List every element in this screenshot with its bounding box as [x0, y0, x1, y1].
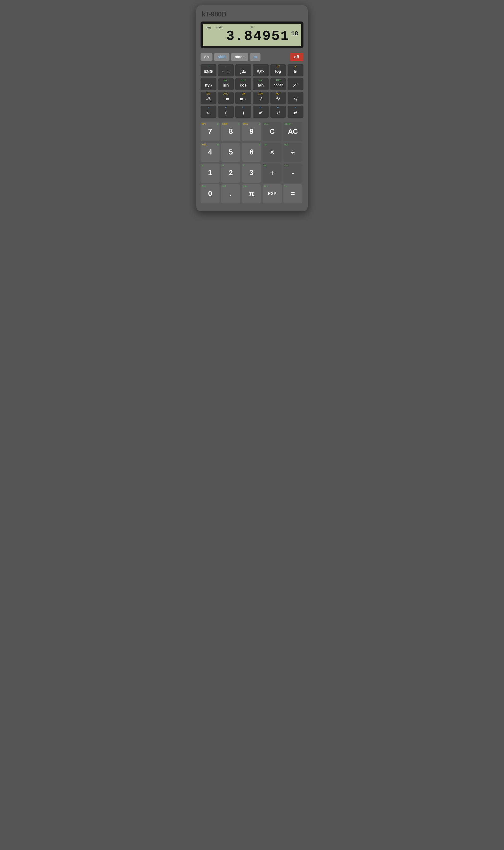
calculator-body: kT-980B deg math M 3.84951 18 on shift m… — [196, 5, 308, 211]
xpowy-button[interactable]: F xy — [288, 106, 304, 118]
pm-sub: A — [208, 106, 209, 109]
display-number: 3.84951 — [226, 30, 289, 43]
xsq-button[interactable]: D x2 — [253, 106, 269, 118]
const-sub: conv — [276, 79, 281, 82]
tom-button[interactable]: AND →m — [218, 92, 234, 104]
xcube-button[interactable]: E x3 — [270, 106, 286, 118]
display-outer: deg math M 3.84951 18 — [200, 21, 304, 48]
sub-del: DEL — [264, 123, 268, 125]
label-1: 1 — [208, 169, 212, 177]
ln-button[interactable]: ex ln — [288, 64, 304, 76]
btn-2[interactable]: G 2 — [221, 163, 240, 183]
lparen-button[interactable]: B ( — [218, 106, 234, 118]
btn-6[interactable]: k 6 — [242, 143, 261, 162]
cos-sub: cos-1 — [241, 79, 246, 82]
eng-label: ENG — [204, 69, 213, 74]
label-8: 8 — [229, 127, 233, 136]
label-3: 3 — [249, 169, 254, 177]
abc-sub: d/c — [207, 93, 210, 95]
quote-button[interactable]: ← ○、,, — [218, 64, 234, 76]
log-button[interactable]: 10x log — [270, 64, 286, 76]
func-row-2: hyp sin-1 sin cos-1 cos tan-1 tan conv c… — [200, 78, 304, 90]
eng-button[interactable]: ← ENG — [200, 64, 216, 76]
sub-rad: rad — [222, 185, 226, 188]
label-6: 6 — [249, 148, 254, 156]
btn-mul[interactable]: nPr × — [263, 143, 282, 162]
btn-7[interactable]: BIN p 7 — [200, 122, 220, 141]
xpowy-label: xy — [294, 111, 298, 115]
tan-button[interactable]: tan-1 tan — [253, 78, 269, 90]
mto-button[interactable]: OR m→ — [235, 92, 251, 104]
sub-5right: - — [238, 144, 239, 146]
btn-1[interactable]: M 1 — [200, 163, 220, 183]
mode-button[interactable]: mode — [231, 53, 248, 61]
plusminus-button[interactable]: A +/- — [200, 106, 216, 118]
log-sub: 10x — [276, 65, 280, 68]
label-eq: = — [291, 190, 295, 197]
btn-3[interactable]: T 3 — [242, 163, 261, 183]
numpad-row-3: M 1 G 2 T 3 Σm + Πm - — [200, 163, 304, 183]
shift-button[interactable]: shift — [214, 53, 230, 61]
const-label: const — [273, 83, 283, 87]
btn-pi[interactable]: gra π — [242, 184, 261, 203]
sub-m4: m — [217, 144, 219, 146]
sub-npr: nPr — [264, 144, 267, 146]
sub-p: p — [217, 123, 219, 125]
btn-5[interactable]: - 5 — [221, 143, 240, 162]
abc-button[interactable]: d/c ab/c — [200, 92, 216, 104]
numpad-row-2: HEX m 4 - 5 k 6 nPr × nCr ÷ — [200, 143, 304, 162]
eng-sub: ← — [207, 65, 210, 68]
off-button[interactable]: off — [290, 53, 304, 61]
func-row-4: A +/- B ( C ) D x2 E x3 F xy — [200, 106, 304, 118]
label-4: 4 — [208, 148, 212, 156]
sin-label: sin — [223, 83, 229, 88]
sub-dec: DEC — [243, 123, 248, 125]
label-5: 5 — [229, 148, 233, 156]
pm-label: +/- — [206, 111, 211, 115]
btn-8[interactable]: OCT n 8 — [221, 122, 240, 141]
label-7: 7 — [208, 127, 212, 136]
integral-button[interactable]: ∫dx — [235, 64, 251, 76]
xcube-label: x3 — [276, 111, 280, 115]
display-exponent: 18 — [291, 31, 298, 37]
cos-button[interactable]: cos-1 cos — [235, 78, 251, 90]
label-2: 2 — [229, 169, 233, 177]
btn-minus[interactable]: Πm - — [283, 163, 302, 183]
btn-C[interactable]: DEL C — [263, 122, 282, 141]
xinv-button[interactable]: x-1 — [288, 78, 304, 90]
sin-button[interactable]: sin-1 sin — [218, 78, 234, 90]
on-button[interactable]: on — [200, 53, 213, 61]
sub-deg0: deg — [202, 185, 205, 188]
yroot-button[interactable]: y√ — [288, 92, 304, 104]
btn-eq[interactable]: % = — [283, 184, 302, 203]
btn-9[interactable]: DEC μ 9 — [242, 122, 261, 141]
sub-pct: % — [284, 185, 287, 188]
ln-sub: ex — [294, 65, 296, 68]
btn-plus[interactable]: Σm + — [263, 163, 282, 183]
sqrt-label: √ — [260, 97, 262, 101]
btn-4[interactable]: HEX m 4 — [200, 143, 220, 162]
btn-div[interactable]: nCr ÷ — [283, 143, 302, 162]
mto-label: m→ — [240, 97, 247, 101]
hyp-button[interactable]: hyp — [200, 78, 216, 90]
btn-dot[interactable]: rad . — [221, 184, 240, 203]
label-C: C — [270, 128, 275, 135]
deriv-button[interactable]: d/dx — [253, 64, 269, 76]
m-button[interactable]: m — [250, 53, 260, 61]
tom-label: →m — [222, 97, 229, 101]
rparen-button[interactable]: C ) — [235, 106, 251, 118]
sub-k: k — [259, 144, 260, 146]
sin-sub: sin-1 — [223, 79, 228, 82]
hyp-label: hyp — [205, 83, 212, 88]
func-row-3: d/c ab/c AND →m OR m→ XOR √ NOT 3√ y√ — [200, 92, 304, 104]
sqrt-button[interactable]: XOR √ — [253, 92, 269, 104]
quote-label: ○、,, — [222, 70, 230, 73]
btn-AC[interactable]: CLRm AC — [283, 122, 302, 141]
rp-sub: C — [242, 106, 244, 109]
btn-0[interactable]: deg 0 — [200, 184, 220, 203]
cbrt-button[interactable]: NOT 3√ — [270, 92, 286, 104]
quote-sub: ← — [225, 65, 227, 68]
const-button[interactable]: conv const — [270, 78, 286, 90]
btn-exp[interactable]: trnc EXP — [263, 184, 282, 203]
label-9: 9 — [249, 127, 254, 136]
